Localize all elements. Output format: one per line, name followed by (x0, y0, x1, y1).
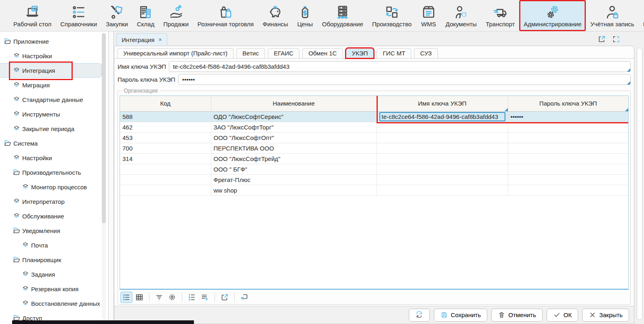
toolbar-item-equipment[interactable]: Оборудование (318, 0, 368, 31)
table-cell[interactable] (120, 185, 211, 195)
sidebar-item-migration[interactable]: Миграция (0, 78, 108, 92)
sidebar-scrollbar[interactable] (102, 32, 106, 322)
subtab-universal-import[interactable]: Универсальный импорт (Прайс-лист) (117, 48, 234, 58)
sidebar-item-performance[interactable]: Производительность (0, 165, 108, 180)
toolbar-item-administration[interactable]: Администрирование (519, 0, 586, 31)
table-cell[interactable]: •••••• (508, 111, 628, 122)
close-button[interactable]: Закрыть (582, 309, 629, 322)
table-cell[interactable] (508, 122, 628, 132)
column-header-1[interactable]: Наименование (211, 96, 377, 111)
table-cell[interactable]: 453 (120, 132, 211, 143)
add-row-list-button[interactable] (199, 292, 211, 303)
focused-cell[interactable]: te-c8c2ce64-f586-42ad-9496-caf8b3afdd43 (379, 112, 505, 121)
table-cell[interactable] (508, 143, 628, 153)
ukep-key-name-input[interactable] (169, 61, 631, 72)
table-cell[interactable] (508, 185, 628, 195)
sidebar-item-standard-data[interactable]: Стандартные данные (0, 92, 108, 107)
toolbar-item-purchases[interactable]: Закупки (101, 0, 133, 31)
table-row[interactable]: 314ООО "ЛюксСофтТрейд" (120, 153, 628, 164)
sidebar-item-data-restore[interactable]: Восстановление данных (0, 296, 108, 311)
sidebar-item-backup[interactable]: Резервная копия (0, 282, 108, 296)
toolbar-item-transport[interactable]: Транспорт (481, 0, 519, 31)
sidebar-item-system[interactable]: Система (0, 136, 108, 150)
toolbar-item-wms[interactable]: WMS (416, 0, 441, 31)
ok-button[interactable]: ОК (547, 309, 578, 322)
toolbar-item-search[interactable]: Поиск (639, 0, 644, 31)
subtab-suz[interactable]: СУЗ (414, 48, 438, 58)
column-header-0[interactable]: Код (120, 96, 211, 111)
toolbar-item-retail[interactable]: Розничная торговля (193, 0, 258, 31)
table-cell[interactable] (377, 185, 508, 195)
table-cell[interactable]: ЗАО "ЛюксСофтТорг" (211, 122, 377, 132)
subtab-ukep[interactable]: УКЭП (346, 48, 374, 58)
reimport-button[interactable] (238, 292, 250, 303)
table-cell[interactable]: ОДО "ЛюксСофтСервис" (211, 111, 377, 122)
toolbar-item-production[interactable]: Производство (368, 0, 416, 31)
sidebar-item-notifications[interactable]: Уведомления (0, 223, 108, 238)
table-cell[interactable]: ООО "ЛюксСофтОпт" (211, 132, 377, 143)
table-row[interactable]: 700ПЕРСПЕКТИВА ООО (120, 143, 628, 153)
sidebar-splitter[interactable] (108, 32, 114, 324)
sidebar-scrollbar-thumb[interactable] (102, 33, 106, 223)
table-cell[interactable]: te-c8c2ce64-f586-42ad-9496-caf8b3afdd43 (377, 111, 508, 122)
export-button[interactable] (219, 292, 231, 303)
toolbar-item-prices[interactable]: Цены (293, 0, 318, 31)
table-cell[interactable]: ПЕРСПЕКТИВА ООО (211, 143, 377, 153)
toolbar-item-account[interactable]: Учётная запись (586, 0, 639, 31)
table-cell[interactable] (377, 143, 508, 153)
sidebar-item-settings-system[interactable]: Настройки (0, 150, 108, 165)
detach-button[interactable] (597, 35, 606, 44)
table-cell[interactable] (120, 174, 211, 185)
toolbar-item-desktop[interactable]: Рабочий стол (9, 0, 56, 31)
table-cell[interactable] (508, 164, 628, 174)
table-cell[interactable] (377, 132, 508, 143)
table-row[interactable]: 462ЗАО "ЛюксСофтТорг" (120, 122, 628, 132)
table-row[interactable]: 588ОДО "ЛюксСофтСервис"te-c8c2ce64-f586-… (120, 111, 628, 122)
fullscreen-button[interactable] (612, 35, 621, 44)
settings-button[interactable] (166, 292, 178, 303)
sidebar-item-process-monitor[interactable]: Монитор процессов (0, 180, 108, 194)
toolbar-item-warehouse[interactable]: Склад (133, 0, 159, 31)
sidebar-item-tasks[interactable]: Задания (0, 267, 108, 282)
sidebar-item-tools[interactable]: Инструменты (0, 107, 108, 121)
table-cell[interactable]: 462 (120, 122, 211, 132)
save-button[interactable]: Сохранить (434, 309, 488, 322)
refresh-button[interactable] (409, 309, 430, 322)
table-cell[interactable] (377, 122, 508, 132)
table-cell[interactable] (120, 164, 211, 174)
table-cell[interactable]: 700 (120, 143, 211, 153)
toolbar-item-references[interactable]: Справочники (56, 0, 101, 31)
table-cell[interactable] (508, 153, 628, 164)
column-header-3[interactable]: Пароль ключа УКЭП (508, 96, 628, 111)
table-cell[interactable] (377, 164, 508, 174)
panel-right-scrollbar[interactable] (637, 48, 642, 320)
table-row[interactable]: Фрегат-Плюс (120, 174, 628, 185)
toolbar-item-documents[interactable]: Документы (441, 0, 481, 31)
tab-close-icon[interactable]: × (158, 36, 162, 43)
subtab-egais[interactable]: ЕГАИС (268, 48, 300, 58)
toolbar-item-finance[interactable]: Финансы (258, 0, 293, 31)
table-row[interactable]: ООО " БГФ" (120, 164, 628, 174)
list-view-button[interactable] (120, 292, 133, 303)
sidebar-item-settings-app[interactable]: Настройки (0, 49, 108, 63)
column-header-2[interactable]: Имя ключа УКЭП (377, 96, 508, 111)
table-cell[interactable]: Фрегат-Плюс (211, 174, 377, 185)
numbered-list-button[interactable] (186, 292, 198, 303)
table-row[interactable]: 453ООО "ЛюксСофтОпт" (120, 132, 628, 143)
sidebar-item-maintenance[interactable]: Обслуживание (0, 209, 108, 223)
table-view-button[interactable] (133, 292, 145, 303)
sidebar-item-mail[interactable]: Почта (0, 238, 108, 252)
cancel-button[interactable]: Отменить (491, 309, 543, 322)
table-cell[interactable] (508, 174, 628, 185)
tab-integration[interactable]: Интеграция × (116, 33, 167, 46)
table-cell[interactable] (508, 132, 628, 143)
table-cell[interactable] (377, 174, 508, 185)
ukep-key-password-input[interactable] (178, 74, 631, 85)
table-cell[interactable]: 588 (120, 111, 211, 122)
table-cell[interactable]: 314 (120, 153, 211, 164)
table-row[interactable]: ww shop (120, 185, 628, 195)
table-cell[interactable]: ООО " БГФ" (211, 164, 377, 174)
sidebar-item-interpreter[interactable]: Интерпретатор (0, 194, 108, 209)
table-cell[interactable]: ООО "ЛюксСофтТрейд" (211, 153, 377, 164)
subtab-vetis[interactable]: Ветис (236, 48, 265, 58)
